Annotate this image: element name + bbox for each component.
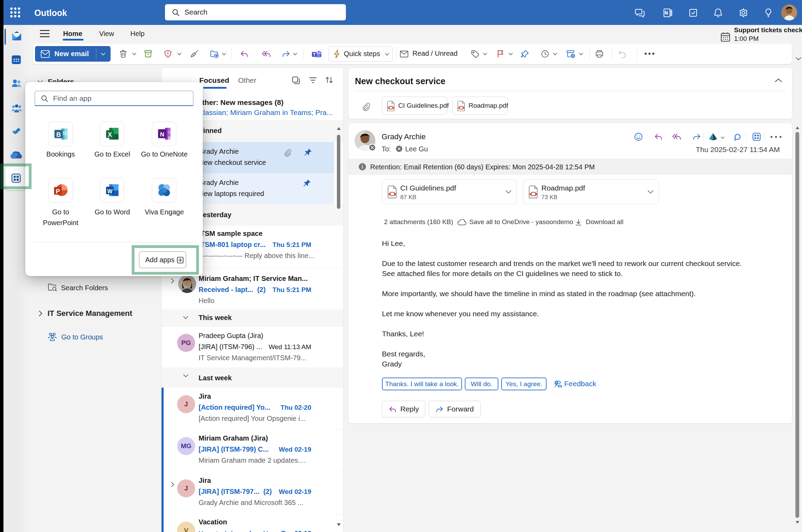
- svg-text:X: X: [107, 131, 112, 138]
- svg-text:B: B: [56, 131, 61, 138]
- svg-text:W: W: [107, 188, 113, 194]
- svg-text:P: P: [55, 188, 60, 195]
- svg-text:N: N: [160, 131, 164, 138]
